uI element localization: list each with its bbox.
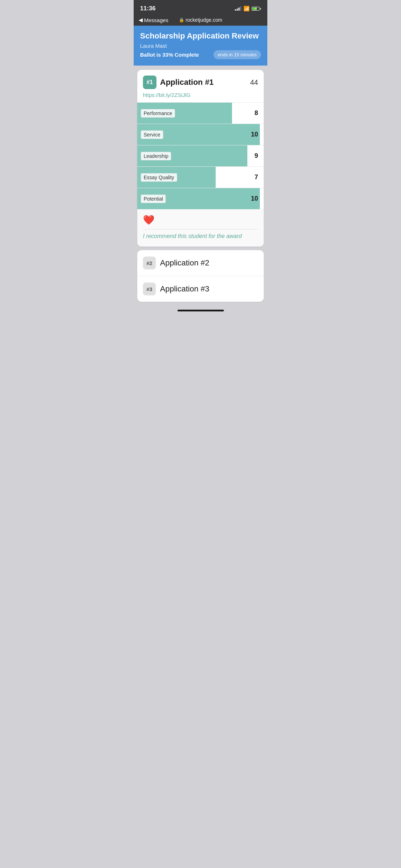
chart-row: Essay Quality7 <box>137 166 264 188</box>
application-2-row[interactable]: #2 Application #2 <box>137 250 264 276</box>
home-bar <box>178 310 224 311</box>
status-bar: 11:36 📶 ⚡ <box>134 0 267 16</box>
chart-label: Service <box>141 130 163 139</box>
application-1-card: #1 Application #1 44 https://bit.ly/2ZSi… <box>137 70 264 247</box>
wifi-icon: 📶 <box>243 6 250 11</box>
app-1-footer: ❤️ I recommend this student for the awar… <box>137 209 264 247</box>
page-title: Scholarship Application Review <box>140 31 261 41</box>
recommendation-text: I recommend this student for the award <box>143 229 258 242</box>
chart-row: Service10 <box>137 124 264 145</box>
lock-icon: 🔒 <box>179 17 184 22</box>
nav-bar: ◀ Messages 🔒 rocketjudge.com <box>134 16 267 26</box>
battery-icon: ⚡ <box>252 7 261 11</box>
status-icons: 📶 ⚡ <box>235 6 261 11</box>
app-1-header: #1 Application #1 44 <box>137 70 264 92</box>
chart-row: Performance8 <box>137 102 264 124</box>
chart-value: 7 <box>255 174 258 181</box>
back-label: Messages <box>144 17 168 23</box>
time-badge: ends in 15 minutes <box>214 50 261 59</box>
chart-label: Essay Quality <box>141 173 177 182</box>
main-content: #1 Application #1 44 https://bit.ly/2ZSi… <box>134 66 267 306</box>
chart-value: 10 <box>251 131 258 138</box>
ballot-progress: Ballot is 33% Complete <box>140 52 199 58</box>
app-1-link[interactable]: https://bit.ly/2ZSiJlG <box>137 92 264 102</box>
heart-icon[interactable]: ❤️ <box>143 215 258 226</box>
app-1-score: 44 <box>250 78 258 87</box>
chart-value: 8 <box>255 109 258 117</box>
app-1-title: Application #1 <box>160 78 214 87</box>
chart-value: 9 <box>255 152 258 160</box>
chart-value: 10 <box>251 195 258 202</box>
url-bar[interactable]: 🔒 rocketjudge.com <box>179 17 222 23</box>
url-text: rocketjudge.com <box>186 17 222 23</box>
chart-label: Potential <box>141 195 166 203</box>
app-1-badge: #1 <box>143 76 156 89</box>
app-2-title: Application #2 <box>160 258 209 268</box>
back-button[interactable]: ◀ Messages <box>139 17 168 23</box>
page-header: Scholarship Application Review Laura Mas… <box>134 26 267 66</box>
reviewer-name: Laura Mast <box>140 43 261 49</box>
chart-row: Leadership9 <box>137 145 264 166</box>
applications-list: #2 Application #2 #3 Application #3 <box>137 250 264 302</box>
score-chart: Performance8Service10Leadership9Essay Qu… <box>137 102 264 209</box>
signal-icon <box>235 6 241 11</box>
application-3-row[interactable]: #3 Application #3 <box>137 276 264 302</box>
app-3-badge: #3 <box>143 283 156 295</box>
app-3-title: Application #3 <box>160 284 209 294</box>
home-indicator <box>134 306 267 314</box>
chart-row: Potential10 <box>137 188 264 209</box>
chevron-left-icon: ◀ <box>139 17 143 23</box>
chart-label: Performance <box>141 109 175 118</box>
chart-label: Leadership <box>141 152 171 160</box>
status-time: 11:36 <box>140 5 155 12</box>
app-2-badge: #2 <box>143 257 156 269</box>
